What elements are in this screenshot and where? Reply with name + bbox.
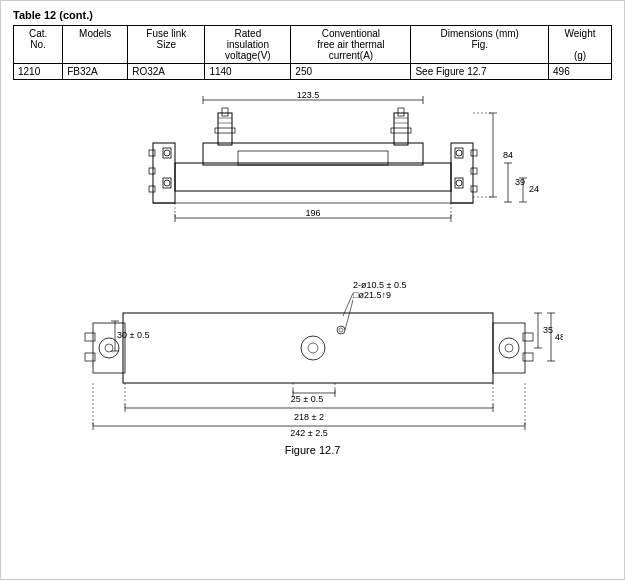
bottom-diagram: 2-ø10.5 ± 0.5 □ø21.5↑9 bbox=[63, 278, 563, 438]
svg-point-67 bbox=[339, 328, 343, 332]
svg-rect-23 bbox=[398, 108, 404, 116]
svg-rect-10 bbox=[203, 143, 423, 165]
col-header-dimensions: Dimensions (mm)Fig. bbox=[411, 26, 549, 64]
col-header-conventional: Conventionalfree air thermalcurrent(A) bbox=[291, 26, 411, 64]
cell-cat-no: 1210 bbox=[14, 64, 63, 80]
col-header-cat: Cat.No. bbox=[14, 26, 63, 64]
svg-point-15 bbox=[456, 150, 462, 156]
svg-rect-31 bbox=[471, 168, 477, 174]
svg-rect-27 bbox=[149, 150, 155, 156]
svg-rect-30 bbox=[471, 150, 477, 156]
svg-text:2-ø10.5 ± 0.5: 2-ø10.5 ± 0.5 bbox=[353, 280, 406, 290]
svg-text:□ø21.5↑9: □ø21.5↑9 bbox=[353, 290, 391, 300]
svg-point-66 bbox=[337, 326, 345, 334]
svg-text:84: 84 bbox=[503, 150, 513, 160]
cell-rated: 1140 bbox=[205, 64, 291, 80]
svg-text:196: 196 bbox=[305, 208, 320, 218]
svg-rect-68 bbox=[493, 323, 525, 373]
svg-text:123.5: 123.5 bbox=[296, 90, 319, 100]
cell-dimensions: See Figure 12.7 bbox=[411, 64, 549, 80]
svg-text:24: 24 bbox=[529, 184, 539, 194]
col-header-models: Models bbox=[63, 26, 128, 64]
cell-conventional: 250 bbox=[291, 64, 411, 80]
svg-rect-32 bbox=[471, 186, 477, 192]
svg-text:218 ± 2: 218 ± 2 bbox=[294, 412, 324, 422]
cell-models: FB32A bbox=[63, 64, 128, 80]
table-row: 1210 FB32A RO32A 1140 250 See Figure 12.… bbox=[14, 64, 612, 80]
cell-weight: 496 bbox=[549, 64, 612, 80]
data-table: Cat.No. Models Fuse linkSize Ratedinsula… bbox=[13, 25, 612, 80]
cell-fuse-link: RO32A bbox=[128, 64, 205, 80]
svg-rect-72 bbox=[523, 353, 533, 361]
svg-point-16 bbox=[456, 180, 462, 186]
svg-text:30 ± 0.5: 30 ± 0.5 bbox=[117, 330, 149, 340]
svg-rect-18 bbox=[222, 108, 228, 116]
svg-rect-63 bbox=[85, 353, 95, 361]
svg-point-70 bbox=[505, 344, 513, 352]
svg-rect-28 bbox=[149, 168, 155, 174]
svg-point-65 bbox=[308, 343, 318, 353]
svg-line-57 bbox=[345, 300, 353, 330]
svg-rect-9 bbox=[175, 163, 451, 191]
svg-point-69 bbox=[499, 338, 519, 358]
top-diagram: 123.5 bbox=[63, 88, 563, 268]
col-header-rated: Ratedinsulationvoltage(V) bbox=[205, 26, 291, 64]
svg-text:25 ± 0.5: 25 ± 0.5 bbox=[290, 394, 322, 404]
figure-container: 123.5 bbox=[13, 88, 612, 456]
svg-rect-71 bbox=[523, 333, 533, 341]
svg-point-8 bbox=[164, 180, 170, 186]
svg-rect-62 bbox=[85, 333, 95, 341]
col-header-fuse: Fuse linkSize bbox=[128, 26, 205, 64]
page: Table 12 (cont.) Cat.No. Models Fuse lin… bbox=[0, 0, 625, 580]
svg-point-64 bbox=[301, 336, 325, 360]
svg-rect-29 bbox=[149, 186, 155, 192]
svg-point-60 bbox=[99, 338, 119, 358]
svg-point-7 bbox=[164, 150, 170, 156]
svg-text:35: 35 bbox=[543, 325, 553, 335]
col-header-weight: Weight(g) bbox=[549, 26, 612, 64]
figure-label: Figure 12.7 bbox=[285, 444, 341, 456]
svg-text:48: 48 bbox=[555, 332, 563, 342]
table-title: Table 12 (cont.) bbox=[13, 9, 612, 21]
svg-text:242 ± 2.5: 242 ± 2.5 bbox=[290, 428, 327, 438]
svg-text:39: 39 bbox=[515, 177, 525, 187]
